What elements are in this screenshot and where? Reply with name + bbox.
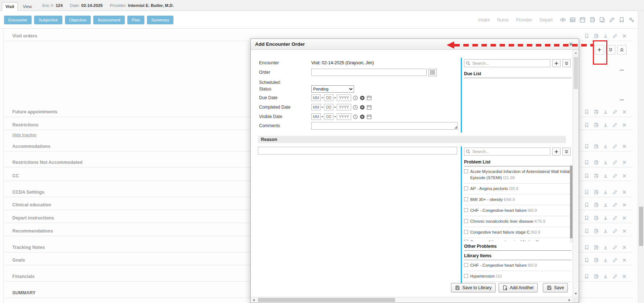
close-icon[interactable] bbox=[622, 229, 627, 234]
download-icon[interactable] bbox=[603, 109, 608, 114]
reason-expand-button[interactable] bbox=[562, 148, 571, 155]
copy-icon[interactable] bbox=[599, 17, 605, 23]
bookmark-icon[interactable] bbox=[584, 202, 589, 207]
close-icon[interactable] bbox=[622, 202, 627, 207]
scroll-right-icon[interactable] bbox=[567, 298, 571, 302]
problem-checkbox[interactable] bbox=[464, 169, 468, 173]
dialog-vscrollbar-thumb[interactable] bbox=[574, 57, 578, 89]
due-search-input[interactable] bbox=[464, 59, 550, 67]
problem-list-scrollbar[interactable] bbox=[570, 165, 573, 243]
close-icon[interactable] bbox=[622, 190, 627, 195]
download-icon[interactable] bbox=[603, 202, 608, 207]
bookmark-icon[interactable] bbox=[584, 190, 589, 195]
scroll-down-icon[interactable] bbox=[574, 291, 578, 296]
problem-checkbox[interactable] bbox=[464, 197, 468, 201]
collapse-all-button[interactable] bbox=[617, 45, 627, 54]
save-to-library-button[interactable]: Save to Library bbox=[451, 283, 496, 292]
bookmark-icon[interactable] bbox=[584, 229, 589, 234]
printer-icon[interactable] bbox=[594, 109, 599, 114]
pencil-icon[interactable] bbox=[612, 144, 618, 149]
pencil-icon[interactable] bbox=[612, 274, 618, 279]
stage-nurse[interactable]: Nurse bbox=[497, 17, 509, 23]
printer-icon[interactable] bbox=[594, 245, 599, 250]
download-icon[interactable] bbox=[603, 33, 608, 39]
printer-icon[interactable] bbox=[594, 122, 599, 128]
visible-date-yyyy-input[interactable] bbox=[337, 113, 351, 120]
due-add-button[interactable] bbox=[552, 59, 561, 67]
problem-checkbox[interactable] bbox=[464, 186, 468, 190]
download-icon[interactable] bbox=[603, 245, 608, 250]
printer-icon[interactable] bbox=[594, 202, 599, 207]
save-button[interactable]: Save bbox=[543, 283, 568, 292]
collapse-toggle-icon[interactable] bbox=[620, 70, 624, 70]
dialog-vertical-scrollbar[interactable] bbox=[573, 50, 579, 297]
bookmark-icon[interactable] bbox=[584, 160, 589, 165]
scroll-up-icon[interactable] bbox=[574, 51, 578, 55]
completed-date-yyyy-input[interactable] bbox=[337, 104, 351, 110]
library-item[interactable]: HypertensionI10 bbox=[464, 271, 571, 282]
pencil-icon[interactable] bbox=[612, 122, 618, 128]
problem-item[interactable]: Acute Myocardial Infarction of Anterolat… bbox=[464, 166, 571, 183]
download-icon[interactable] bbox=[603, 215, 608, 221]
pencil-icon[interactable] bbox=[612, 33, 618, 39]
printer-icon[interactable] bbox=[594, 190, 599, 195]
bookmark-icon[interactable] bbox=[584, 274, 589, 279]
pencil-icon[interactable] bbox=[612, 245, 618, 250]
bookmark-icon[interactable] bbox=[584, 122, 589, 128]
library-item-checkbox[interactable] bbox=[464, 263, 468, 267]
problem-item[interactable]: BMI 30+ - obesityE66.9 bbox=[464, 194, 571, 205]
pencil-icon[interactable] bbox=[612, 215, 618, 221]
status-select[interactable]: Pending bbox=[311, 85, 354, 93]
bookmark-icon[interactable] bbox=[584, 173, 589, 178]
due-date-mm-input[interactable] bbox=[311, 94, 321, 101]
problem-item[interactable]: Congestive heart failure stage CI50.9 bbox=[464, 227, 571, 238]
nav-tab-plan[interactable]: Plan bbox=[127, 16, 144, 24]
add-another-button[interactable]: Add Another bbox=[499, 283, 538, 292]
printer-icon[interactable] bbox=[594, 173, 599, 178]
visible-date-dd-input[interactable] bbox=[324, 113, 333, 120]
order-picker-button[interactable] bbox=[428, 69, 437, 76]
tab-view[interactable]: View bbox=[20, 3, 35, 11]
dialog-hscrollbar-thumb[interactable] bbox=[258, 298, 395, 302]
completed-date-dd-input[interactable] bbox=[324, 104, 333, 110]
close-icon[interactable] bbox=[622, 109, 627, 114]
close-icon[interactable] bbox=[622, 274, 627, 279]
grid-icon[interactable] bbox=[570, 17, 576, 23]
problem-checkbox[interactable] bbox=[464, 208, 468, 212]
dialog-horizontal-scrollbar[interactable] bbox=[251, 297, 573, 303]
pencil-icon[interactable] bbox=[612, 229, 618, 234]
reason-input[interactable] bbox=[258, 147, 457, 154]
pencil-icon[interactable] bbox=[612, 109, 618, 114]
due-date-dd-input[interactable] bbox=[324, 94, 333, 101]
printer-icon[interactable] bbox=[594, 229, 599, 234]
clear-date-icon[interactable] bbox=[360, 95, 365, 101]
due-date-yyyy-input[interactable] bbox=[337, 94, 351, 101]
collapse-toggle-icon[interactable] bbox=[620, 100, 624, 100]
clock-icon[interactable] bbox=[353, 105, 358, 110]
completed-date-mm-input[interactable] bbox=[311, 104, 321, 110]
calendar-icon[interactable] bbox=[366, 105, 372, 110]
calendar-icon[interactable] bbox=[366, 114, 372, 120]
download-icon[interactable] bbox=[603, 190, 608, 195]
visible-date-mm-input[interactable] bbox=[311, 113, 321, 120]
download-icon[interactable] bbox=[603, 122, 608, 128]
library-item-checkbox[interactable] bbox=[464, 274, 468, 278]
stage-intake[interactable]: Intake bbox=[478, 17, 490, 23]
page-scrollbar-thumb[interactable] bbox=[639, 207, 643, 246]
page-scrollbar[interactable] bbox=[638, 11, 644, 303]
close-icon[interactable] bbox=[622, 245, 627, 250]
bookmark-icon[interactable] bbox=[584, 245, 589, 250]
download-icon[interactable] bbox=[603, 160, 608, 165]
bookmark-icon[interactable] bbox=[584, 215, 589, 221]
problem-checkbox[interactable] bbox=[464, 219, 468, 223]
gears-icon[interactable] bbox=[628, 17, 635, 23]
printer-icon[interactable] bbox=[594, 215, 599, 221]
reason-search-input[interactable] bbox=[464, 148, 550, 155]
pencil-icon[interactable] bbox=[609, 17, 615, 23]
pencil-icon[interactable] bbox=[612, 258, 618, 263]
nav-tab-objective[interactable]: Objective bbox=[65, 16, 91, 24]
printer-icon[interactable] bbox=[594, 274, 599, 279]
bookmark-icon[interactable] bbox=[584, 144, 589, 149]
nav-tab-summary[interactable]: Summary bbox=[147, 16, 173, 24]
problem-item[interactable]: Coronary Atherosclerosis of Native C bbox=[464, 238, 571, 241]
